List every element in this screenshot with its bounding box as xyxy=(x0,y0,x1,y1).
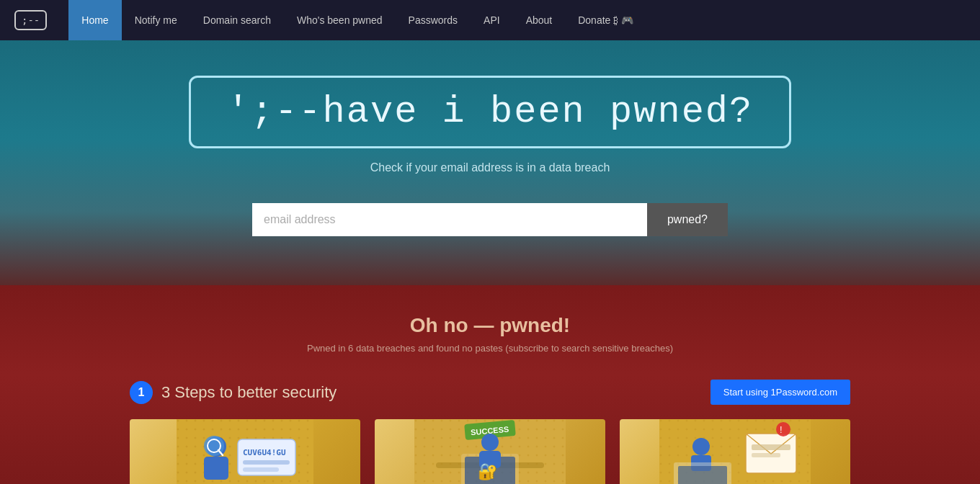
onepassword-icon: 1 xyxy=(130,381,153,404)
step-card-3: ! Step 3 Subscribe to notifications for … xyxy=(620,419,850,484)
step-card-1: CUV6U4!GU Step 1 Protect yourself using … xyxy=(130,419,360,484)
svg-rect-4 xyxy=(204,457,228,480)
svg-text:CUV6U4!GU: CUV6U4!GU xyxy=(243,448,286,457)
steps-header: 1 3 Steps to better security Start using… xyxy=(130,380,850,405)
svg-rect-7 xyxy=(243,460,290,465)
nav-donate[interactable]: Donate ₿ 🎮 xyxy=(565,0,646,40)
pwned-heading: Oh no — pwned! xyxy=(130,314,850,337)
svg-text:!: ! xyxy=(780,424,783,435)
start-1password-button[interactable]: Start using 1Password.com xyxy=(710,380,850,405)
step1-illustration: CUV6U4!GU xyxy=(130,419,360,484)
hero-section: ';--have i been pwned? Check if your ema… xyxy=(0,40,980,285)
svg-rect-34 xyxy=(678,466,727,484)
site-logo[interactable]: ;-- xyxy=(14,10,47,30)
nav-notify-me[interactable]: Notify me xyxy=(122,0,190,40)
steps-title: 3 Steps to better security xyxy=(161,383,337,402)
step-card-2: SUCCESS 🔐 Step 2 Enable 2 factor authent… xyxy=(375,419,605,484)
step3-illustration: ! xyxy=(620,419,850,484)
nav-api[interactable]: API xyxy=(471,0,513,40)
hero-title: ';--have i been pwned? xyxy=(227,91,754,133)
svg-rect-29 xyxy=(752,444,790,450)
step2-illustration: SUCCESS 🔐 xyxy=(375,419,605,484)
nav-passwords[interactable]: Passwords xyxy=(396,0,471,40)
svg-rect-30 xyxy=(752,453,780,457)
svg-rect-8 xyxy=(243,467,279,472)
search-input[interactable] xyxy=(252,203,647,236)
search-bar: pwned? xyxy=(252,203,728,236)
pwned-subtext: Pwned in 6 data breaches and found no pa… xyxy=(130,343,850,354)
nav-domain-search[interactable]: Domain search xyxy=(190,0,284,40)
hero-subtitle: Check if your email address is in a data… xyxy=(370,161,610,174)
results-section: Oh no — pwned! Pwned in 6 data breaches … xyxy=(0,285,980,484)
hero-title-box: ';--have i been pwned? xyxy=(189,76,792,148)
svg-point-31 xyxy=(692,438,710,455)
nav-about[interactable]: About xyxy=(513,0,566,40)
nav-whos-been-pwned[interactable]: Who's been pwned xyxy=(284,0,396,40)
svg-point-20 xyxy=(481,434,499,451)
search-button[interactable]: pwned? xyxy=(647,203,728,236)
step-cards: CUV6U4!GU Step 1 Protect yourself using … xyxy=(130,419,850,484)
navigation: ;-- Home Notify me Domain search Who's b… xyxy=(0,0,980,40)
svg-text:🔐: 🔐 xyxy=(478,462,498,481)
nav-home[interactable]: Home xyxy=(68,0,121,40)
steps-title-row: 1 3 Steps to better security xyxy=(130,381,337,404)
nav-links: Home Notify me Domain search Who's been … xyxy=(68,0,646,40)
svg-point-27 xyxy=(776,422,790,436)
